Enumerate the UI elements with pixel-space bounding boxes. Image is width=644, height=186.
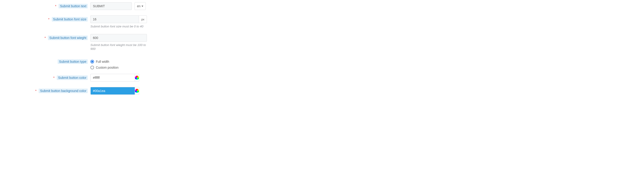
radio-off-icon — [90, 66, 94, 69]
row-font-size: * Submit button font size px Submit butt… — [30, 15, 188, 29]
label-col: * Submit button background color — [30, 87, 90, 95]
color-input[interactable] — [90, 74, 135, 81]
radio-label: Custom position — [96, 65, 118, 70]
color-group — [90, 74, 133, 81]
font-size-help: Submit button font size must be 0 to 40 — [90, 25, 147, 29]
radio-custom-position[interactable]: Custom position — [90, 65, 188, 70]
font-weight-help: Submit button font wieght must be 100 to… — [90, 43, 147, 51]
row-font-weight: * Submit button font wieght Submit butto… — [30, 34, 188, 51]
bg-color-input[interactable] — [90, 87, 135, 95]
label-color: Submit button color — [57, 75, 88, 80]
input-wrap: en — [90, 2, 188, 10]
label-col: * Submit button color — [30, 74, 90, 81]
language-value: en — [137, 4, 140, 8]
input-col: Full width Custom position — [90, 58, 188, 70]
label-col: * Submit button font size — [30, 15, 90, 23]
language-select[interactable]: en — [134, 2, 146, 10]
color-picker-button[interactable] — [135, 74, 139, 81]
form-container: * Submit button text en * Submit button … — [30, 0, 188, 95]
input-col — [90, 74, 188, 81]
font-size-input[interactable] — [90, 15, 139, 23]
required-star: * — [48, 18, 49, 21]
label-button-type: Submit button type — [58, 59, 88, 64]
color-wheel-icon — [135, 89, 139, 93]
label-col: * Submit button font wieght — [30, 34, 90, 42]
required-star: * — [44, 36, 46, 40]
required-star: * — [53, 76, 54, 79]
font-weight-input[interactable] — [90, 34, 147, 42]
unit-px: px — [139, 15, 147, 23]
row-button-type: Submit button type Full width Custom pos… — [30, 58, 188, 70]
label-col: * Submit button text — [30, 2, 90, 10]
label-font-weight: Submit button font wieght — [48, 36, 88, 40]
bg-color-picker-button[interactable] — [135, 87, 139, 95]
font-size-group: px — [90, 15, 147, 23]
input-col: en — [90, 2, 188, 10]
label-font-size: Submit button font size — [52, 17, 88, 22]
radio-label: Full width — [96, 59, 109, 64]
bg-color-group — [90, 87, 133, 95]
color-wheel-icon — [135, 76, 139, 80]
input-col — [90, 87, 188, 95]
row-bg-color: * Submit button background color — [30, 87, 188, 95]
label-bg-color: Submit button background color — [39, 88, 88, 93]
radio-list: Full width Custom position — [90, 58, 188, 70]
radio-full-width[interactable]: Full width — [90, 59, 188, 64]
row-submit-text: * Submit button text en — [30, 2, 188, 10]
label-col: Submit button type — [30, 58, 90, 65]
required-star: * — [55, 4, 56, 8]
chevron-down-icon — [142, 6, 143, 7]
label-submit-text: Submit button text — [58, 4, 88, 8]
row-color: * Submit button color — [30, 74, 188, 81]
submit-text-input[interactable] — [90, 2, 132, 10]
input-col: Submit button font wieght must be 100 to… — [90, 34, 188, 51]
radio-on-icon — [90, 60, 94, 63]
input-col: px Submit button font size must be 0 to … — [90, 15, 188, 29]
required-star: * — [35, 89, 36, 93]
